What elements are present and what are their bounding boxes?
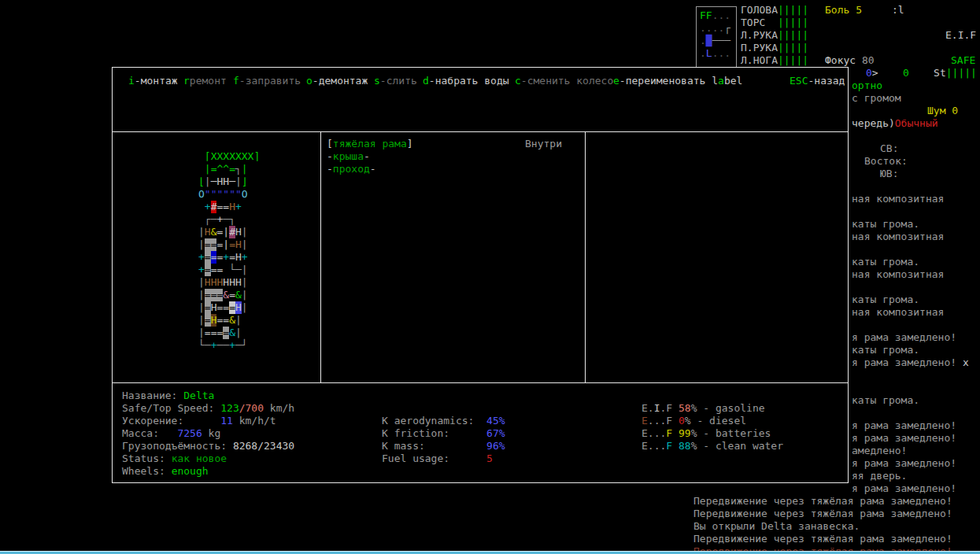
game-screen: FF.......┌.█───.L...ГОЛОВА|||||ТОРС ||||… <box>0 0 980 554</box>
message-line: Передвижение через тяжёлая рама замедлен… <box>693 495 952 508</box>
panel-divider-left <box>320 131 321 382</box>
part-list-item: -крыша- <box>327 150 370 163</box>
stats-divider <box>113 382 848 383</box>
vehicle-coeff-line: K mass: 96% <box>382 440 505 452</box>
vehicle-coeff-line: Fuel usage: 5 <box>382 452 493 465</box>
menu-item-remove[interactable]: o-демонтаж <box>306 75 368 87</box>
body-part-row: ГОЛОВА||||| <box>741 4 808 17</box>
message-line: ная композитная <box>852 306 944 319</box>
inside-label: Внутри <box>525 138 562 150</box>
message-line: Передвижение через тяжёлая рама замедлен… <box>693 533 952 545</box>
message-line: я рама замедлено! <box>852 457 956 470</box>
vehicle-art-row: |=H===H| <box>198 301 248 314</box>
vehicle-stat-line: Safe/Top Speed: 123/700 km/h <box>122 402 294 415</box>
vehicle-coeff-line: K aerodynamics: 45% <box>382 415 505 427</box>
message-line: каты грома. <box>852 256 919 268</box>
vehicle-stat-line: Status: как новое <box>122 452 227 465</box>
weather-line: ортно <box>852 79 882 92</box>
safe-mode-indicator: SAFE <box>951 54 975 67</box>
message-line: Передвижение через тяжёлая рама замедлен… <box>693 508 952 520</box>
bottom-window-border <box>0 551 980 554</box>
message-line: каты грома. <box>852 218 919 231</box>
message-line: я рама замедлено! <box>852 331 956 344</box>
part-list-item: -проход- <box>327 163 376 175</box>
message-line: каты грома. <box>852 344 919 356</box>
stance-indicator: :l <box>892 4 904 17</box>
body-part-row: Л.РУКА||||| <box>741 29 808 42</box>
minimap-row: .█─── <box>700 35 730 47</box>
menu-item-repair[interactable]: rремонт <box>183 75 227 87</box>
weather-line: с громом <box>852 92 901 105</box>
message-line: амедлено! <box>852 445 907 457</box>
message-line: я рама замедлено! <box>852 432 956 445</box>
firemode-indicator: чередь)Обычный <box>852 117 938 130</box>
vehicle-art-row: |===&=&| <box>198 289 248 301</box>
menu-item-esc[interactable]: ESC-назад <box>790 75 845 87</box>
menu-item-refill[interactable]: f-заправить <box>233 75 301 87</box>
vehicle-art-row: |H&=|#H| <box>198 226 248 238</box>
vehicle-art-row: ⌊|─HH─|⌋ <box>198 175 248 188</box>
message-line: я рама замедлено! <box>852 419 956 432</box>
minimap-row: FF... <box>700 9 730 22</box>
vehicle-art-row: |====&| <box>198 327 242 339</box>
compass-label: ЮВ: <box>880 168 898 180</box>
message-line: ная композитная <box>852 268 944 281</box>
vehicle-stat-line: Wheels: enough <box>122 465 209 478</box>
message-line: яя дверь. <box>852 470 907 482</box>
vehicle-coeff-line: K friction: 67% <box>382 427 505 440</box>
menu-item-rename[interactable]: e-переименовать label <box>613 75 742 87</box>
selected-part-name: [тяжёлая рама] <box>327 138 413 150</box>
message-line: Вы открыли Delta занавеска. <box>693 520 860 533</box>
message-line: ная композитная <box>852 231 944 243</box>
focus-indicator: Фокус 80 <box>825 54 875 67</box>
menu-item-tire[interactable]: c-сменить колесо <box>515 75 613 87</box>
compass-label: Восток: <box>864 155 908 168</box>
fuel-gauge-line: E...F 99% - batteries <box>642 427 771 440</box>
noise-indicator: Шум 0 <box>927 105 958 117</box>
vehicle-art-row: +=== └─| <box>198 264 248 276</box>
speed-indicator: 0> 0 St||||| <box>866 67 977 79</box>
vehicle-stat-line: Ускорение: 11 km/h/t <box>122 415 276 427</box>
vehicle-art-row: +===+=H+ <box>198 251 248 264</box>
vehicle-art-row: |HHHHHH| <box>198 276 248 289</box>
body-part-row: ТОРС ||||| <box>741 17 808 29</box>
message-line: каты грома. <box>852 394 919 407</box>
minimap-row: ....┌ <box>700 22 730 35</box>
vehicle-art-row: |=H==&| <box>198 314 242 327</box>
message-line: ная композитная <box>852 193 944 205</box>
fuel-gauge-line: E...F 0% - diesel <box>642 415 746 427</box>
vehicle-art-row: ┌─+─┐ <box>198 213 235 226</box>
vehicle-art-row: +#==H+ <box>198 201 242 213</box>
menu-item-siphon[interactable]: s-слить <box>374 75 417 87</box>
vehicle-stat-line: Масса: 7256 kg <box>122 427 220 440</box>
vehicle-stat-line: Грузоподъёмность: 8268/23430 <box>122 440 294 452</box>
vehicle-art-row: O""""""O <box>198 188 248 201</box>
vehicle-art-row: └─+──+─┘ <box>198 339 248 352</box>
pain-indicator: Боль 5 <box>825 4 862 17</box>
body-part-row: П.РУКА||||| <box>741 42 808 54</box>
message-line: я рама замедлено! x <box>852 356 969 369</box>
compass-label: СВ: <box>880 142 898 155</box>
sidebar-fuel-label: E.I.F <box>945 29 976 42</box>
vehicle-art-row: |===|=H| <box>198 238 248 251</box>
menu-item-water[interactable]: d-набрать воды <box>423 75 509 87</box>
minimap-row: .L... <box>700 47 730 60</box>
message-line: каты грома. <box>852 294 919 306</box>
fuel-gauge-line: E.I.F 58% - gasoline <box>642 402 765 415</box>
panel-divider-right <box>585 131 586 382</box>
menu-divider <box>113 131 848 132</box>
body-part-row: Л.НОГА||||| <box>741 54 808 67</box>
vehicle-art-row: |=^^=┐| <box>198 163 248 175</box>
fuel-gauge-line: E...F 88% - clean water <box>642 440 783 452</box>
message-line: я рама замедлено! <box>852 482 956 495</box>
menu-item-install[interactable]: i-монтаж <box>128 75 178 87</box>
vehicle-stat-line: Название: Delta <box>122 390 214 402</box>
vehicle-art-row: ⌈XXXXXXX⌉ <box>198 150 260 163</box>
